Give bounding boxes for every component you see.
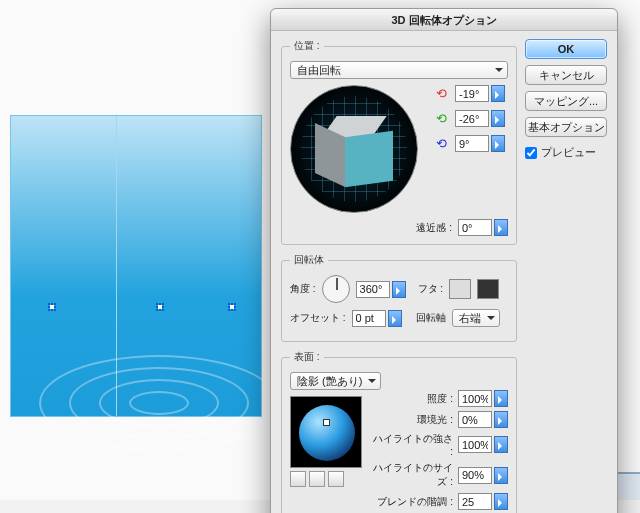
blend-label: ブレンドの階調 : xyxy=(377,495,453,509)
selection-handle[interactable] xyxy=(158,305,162,309)
intensity-label: 照度 : xyxy=(427,392,453,406)
new-light-button[interactable] xyxy=(309,471,325,487)
revolve-axis-select[interactable]: 右端 xyxy=(452,309,500,327)
cap-label: フタ : xyxy=(418,282,444,296)
ambient-label: 環境光 : xyxy=(417,413,453,427)
water-ripple-art xyxy=(29,341,289,471)
group-revolve: 回転体 角度 : フタ : オフセット : 回転軸 右端 xyxy=(281,253,517,342)
selection-handle[interactable] xyxy=(50,305,54,309)
mapping-button[interactable]: マッピング... xyxy=(525,91,607,111)
stepper-arrow[interactable] xyxy=(491,110,505,127)
revolve-axis-value: 右端 xyxy=(459,310,481,326)
selection-handle[interactable] xyxy=(230,305,234,309)
cap-off-button[interactable] xyxy=(477,279,499,299)
perspective-label: 遠近感 : xyxy=(416,221,452,235)
stepper-arrow[interactable] xyxy=(494,467,508,484)
offset-input[interactable] xyxy=(352,310,386,327)
group-position: 位置 : 自由回転 ⟲ xyxy=(281,39,517,245)
revolve-legend: 回転体 xyxy=(290,253,328,267)
y-axis-icon: ⟲ xyxy=(432,112,450,126)
cap-on-button[interactable] xyxy=(449,279,471,299)
angle-dial[interactable] xyxy=(322,275,350,303)
stepper-arrow[interactable] xyxy=(494,436,508,453)
preview-label: プレビュー xyxy=(541,145,596,160)
delete-light-button[interactable] xyxy=(328,471,344,487)
highlight-label: ハイライトの強さ : xyxy=(370,432,453,457)
stepper-arrow[interactable] xyxy=(392,281,406,298)
blend-input[interactable] xyxy=(458,493,492,510)
rotation-z-input[interactable] xyxy=(455,135,489,152)
light-back-button[interactable] xyxy=(290,471,306,487)
dialog-title: 3D 回転体オプション xyxy=(271,9,617,31)
z-axis-icon: ⟲ xyxy=(432,137,450,151)
group-surface: 表面 : 陰影 (艶あり) 照度 : 環境光 xyxy=(281,350,517,513)
ambient-input[interactable] xyxy=(458,411,492,428)
offset-label: オフセット : xyxy=(290,311,346,325)
artboard xyxy=(10,115,262,417)
ok-button[interactable]: OK xyxy=(525,39,607,59)
stepper-arrow[interactable] xyxy=(491,135,505,152)
dialog-3d-revolve-options: 3D 回転体オプション 位置 : 自由回転 ⟲ xyxy=(270,8,618,513)
angle-input[interactable] xyxy=(356,281,390,298)
position-legend: 位置 : xyxy=(290,39,324,53)
stepper-arrow[interactable] xyxy=(491,85,505,102)
hlsize-label: ハイライトのサイズ : xyxy=(370,461,453,489)
angle-label: 角度 : xyxy=(290,282,316,296)
intensity-input[interactable] xyxy=(458,390,492,407)
hlsize-input[interactable] xyxy=(458,467,492,484)
surface-legend: 表面 : xyxy=(290,350,324,364)
stepper-arrow[interactable] xyxy=(494,219,508,236)
surface-shading-value: 陰影 (艶あり) xyxy=(297,373,362,389)
perspective-input[interactable] xyxy=(458,219,492,236)
track-cube[interactable] xyxy=(290,85,418,213)
cancel-button[interactable]: キャンセル xyxy=(525,65,607,85)
highlight-input[interactable] xyxy=(458,436,492,453)
position-preset-select[interactable]: 自由回転 xyxy=(290,61,508,79)
position-preset-value: 自由回転 xyxy=(297,62,341,78)
surface-shading-select[interactable]: 陰影 (艶あり) xyxy=(290,372,381,390)
light-preview-sphere[interactable] xyxy=(290,396,362,468)
rotation-x-input[interactable] xyxy=(455,85,489,102)
x-axis-icon: ⟲ xyxy=(432,87,450,101)
stepper-arrow[interactable] xyxy=(494,493,508,510)
axis-label: 回転軸 xyxy=(416,311,446,325)
preview-checkbox[interactable]: プレビュー xyxy=(525,145,607,160)
stepper-arrow[interactable] xyxy=(494,411,508,428)
light-handle[interactable] xyxy=(323,419,330,426)
stepper-arrow[interactable] xyxy=(388,310,402,327)
basic-options-button[interactable]: 基本オプション xyxy=(525,117,607,137)
stepper-arrow[interactable] xyxy=(494,390,508,407)
rotation-y-input[interactable] xyxy=(455,110,489,127)
